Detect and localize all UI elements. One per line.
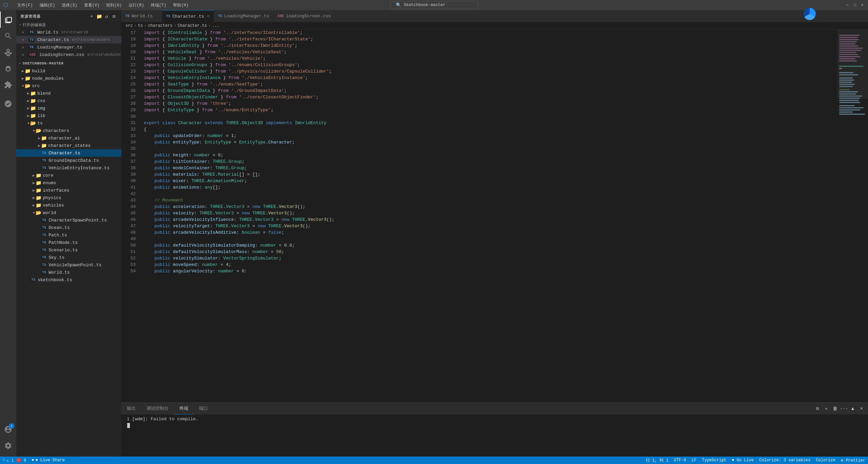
- close-button[interactable]: ×: [860, 3, 865, 7]
- open-editor-character[interactable]: ✕ TS Character.ts src\ts\characters: [16, 36, 121, 43]
- tree-characters[interactable]: ▾ 📂 characters: [16, 127, 121, 134]
- tree-interfaces[interactable]: ▶ 📁 interfaces: [16, 187, 121, 194]
- status-position[interactable]: 行 1, 列 1: [643, 457, 671, 464]
- tree-scenario[interactable]: ▶ TS Scenario.ts: [16, 246, 121, 254]
- tree-enums[interactable]: ▶ 📁 enums: [16, 179, 121, 187]
- panel-tab-output[interactable]: 输出: [121, 403, 141, 414]
- menu-item[interactable]: 选择(S): [59, 2, 80, 9]
- menu-item[interactable]: 文件(F): [15, 2, 36, 9]
- breadcrumb-characters[interactable]: characters: [148, 23, 172, 28]
- panel-tab-ports[interactable]: 端口: [194, 403, 213, 414]
- tree-pathnode[interactable]: ▶ TS PathNode.ts: [16, 239, 121, 246]
- close-world-icon[interactable]: ✕: [22, 30, 27, 35]
- editor-content[interactable]: 17 18 19 20 21 22 23 24 25 26 27 28 29 3…: [121, 30, 837, 402]
- tree-vehicle-entry[interactable]: ▶ TS VehicleEntryInstance.ts: [16, 164, 121, 172]
- menu-item[interactable]: 终端(T): [148, 2, 169, 9]
- refresh-button[interactable]: ↺: [103, 13, 110, 20]
- new-folder-button[interactable]: 📁: [96, 13, 102, 20]
- tree-ocean[interactable]: ▶ TS Ocean.ts: [16, 224, 121, 231]
- loadingmgr-ts-icon: TS: [28, 45, 35, 50]
- avatar[interactable]: [804, 8, 816, 20]
- panel-tab-debug[interactable]: 调试控制台: [141, 403, 174, 414]
- tree-world-ts[interactable]: ▶ TS World.ts: [16, 269, 121, 276]
- tree-blend[interactable]: ▶ 📁 blend: [16, 90, 121, 97]
- status-eol[interactable]: TypeScript: [699, 457, 729, 464]
- activity-remote[interactable]: [0, 96, 16, 112]
- close-character-icon[interactable]: ✕: [22, 37, 27, 42]
- activity-extensions[interactable]: [0, 77, 16, 93]
- panel-maximize-button[interactable]: ▲: [849, 405, 856, 412]
- status-encoding[interactable]: LF: [689, 457, 699, 464]
- new-file-button[interactable]: ＋: [88, 13, 95, 20]
- status-colorize[interactable]: Colorize: [813, 457, 838, 464]
- tree-build[interactable]: ▶ 📁 build: [16, 67, 121, 75]
- open-editors-header[interactable]: ▾ 打开的编辑器: [16, 21, 121, 28]
- activity-account[interactable]: 1: [0, 421, 16, 438]
- minimize-button[interactable]: ─: [845, 3, 850, 7]
- activity-search[interactable]: [0, 28, 16, 44]
- tree-ts[interactable]: ▾ 📂 ts: [16, 119, 121, 127]
- terminal-cursor-line[interactable]: [127, 422, 863, 429]
- status-branch[interactable]: ⑂ ⚠ 1 🔴 0: [0, 457, 29, 464]
- panel-add-terminal-button[interactable]: ＋: [823, 405, 830, 412]
- close-loadingcss-icon[interactable]: ✕: [22, 52, 27, 57]
- tree-core[interactable]: ▶ 📁 core: [16, 172, 121, 179]
- menu-item[interactable]: 帮助(H): [170, 2, 191, 9]
- tree-character-ai[interactable]: ▶ 📁 character_ai: [16, 134, 121, 142]
- close-loadingmgr-icon[interactable]: ✕: [22, 45, 27, 50]
- project-header[interactable]: ▾ SKETCHBOOK-MASTER: [16, 60, 121, 67]
- breadcrumb-character-ts[interactable]: Character.ts: [178, 23, 207, 28]
- tree-path[interactable]: ▶ TS Path.ts: [16, 231, 121, 239]
- tab-character-ts[interactable]: TS Character.ts ×: [162, 10, 214, 22]
- tree-vehicle-spawn[interactable]: ▶ TS VehicleSpawnPoint.ts: [16, 261, 121, 269]
- tree-character-states[interactable]: ▶ 📁 character_states: [16, 142, 121, 149]
- open-editor-world[interactable]: ✕ TS World.ts src\ts\world: [16, 28, 121, 36]
- tab-loading-manager[interactable]: TS LoadingManager.ts: [214, 10, 274, 22]
- open-editor-loading-manager[interactable]: ✕ TS LoadingManager.ts: [16, 43, 121, 51]
- menu-item[interactable]: 编辑(E): [37, 2, 58, 9]
- breadcrumb-ellipsis[interactable]: ...: [212, 23, 219, 28]
- search-bar[interactable]: 🔍 Sketchbook-master: [390, 1, 478, 9]
- tree-css[interactable]: ▶ 📁 css: [16, 97, 121, 104]
- panel-close-button[interactable]: ×: [858, 405, 865, 412]
- activity-settings[interactable]: [0, 438, 16, 454]
- panel-ellipsis-button[interactable]: ···: [840, 405, 848, 412]
- tab-loading-screen[interactable]: CSS loadingScreen.css: [274, 10, 335, 22]
- panel-split-button[interactable]: ⊟: [814, 405, 821, 412]
- activity-source-control[interactable]: [0, 44, 16, 60]
- tree-lib[interactable]: ▶ 📁 lib: [16, 112, 121, 119]
- status-go-live[interactable]: Colorize: 3 variables: [756, 457, 813, 464]
- status-live-share[interactable]: ♥ ♥ Live Share: [29, 457, 67, 464]
- tree-src[interactable]: ▾ 📂 src: [16, 82, 121, 90]
- menu-item[interactable]: 转到(G): [103, 2, 124, 9]
- open-editor-loading-screen[interactable]: ✕ CSS loadingScreen.css src\css\modules: [16, 51, 121, 58]
- tree-vehicles[interactable]: ▶ 📁 vehicles: [16, 201, 121, 209]
- tree-physics[interactable]: ▶ 📁 physics: [16, 194, 121, 201]
- menu-item[interactable]: 运行(R): [126, 2, 147, 9]
- tree-node-modules[interactable]: ▶ 📁 node_modules: [16, 75, 121, 82]
- collapse-button[interactable]: ⊟: [111, 13, 117, 20]
- panel-clear-button[interactable]: 🗑: [831, 405, 839, 412]
- tree-character-ts[interactable]: ▶ TS Character.ts: [16, 149, 121, 157]
- branch-icon: ⑂: [3, 458, 5, 463]
- tree-sketchbook[interactable]: ▶ TS sketchbook.ts: [16, 276, 121, 284]
- status-indent[interactable]: UTF-8: [671, 457, 689, 464]
- tab-world-ts[interactable]: TS World.ts: [121, 10, 162, 22]
- tree-sky[interactable]: ▶ TS Sky.ts: [16, 254, 121, 261]
- tree-ground-impact[interactable]: ▶ TS GroundImpactData.ts: [16, 157, 121, 164]
- menu-item[interactable]: 查看(V): [81, 2, 102, 9]
- activity-debug[interactable]: [0, 60, 16, 77]
- character-tab-close[interactable]: ×: [207, 14, 210, 19]
- status-language[interactable]: ♥ Go Live: [729, 457, 756, 464]
- vehicles-folder-icon: 📁: [36, 202, 41, 208]
- panel-tab-terminal[interactable]: 终端: [174, 403, 194, 414]
- maximize-button[interactable]: □: [852, 3, 857, 7]
- tree-character-spawn[interactable]: ▶ TS CharacterSpawnPoint.ts: [16, 216, 121, 224]
- tree-world[interactable]: ▾ 📂 world: [16, 209, 121, 216]
- tree-img[interactable]: ▶ 📁 img: [16, 104, 121, 112]
- breadcrumb-ts[interactable]: ts: [138, 23, 143, 28]
- activity-files[interactable]: [0, 12, 16, 28]
- breadcrumb-src[interactable]: src: [126, 23, 133, 28]
- status-prettier[interactable]: ⚙ Prettier: [838, 457, 868, 464]
- ln-47: 47: [121, 223, 136, 229]
